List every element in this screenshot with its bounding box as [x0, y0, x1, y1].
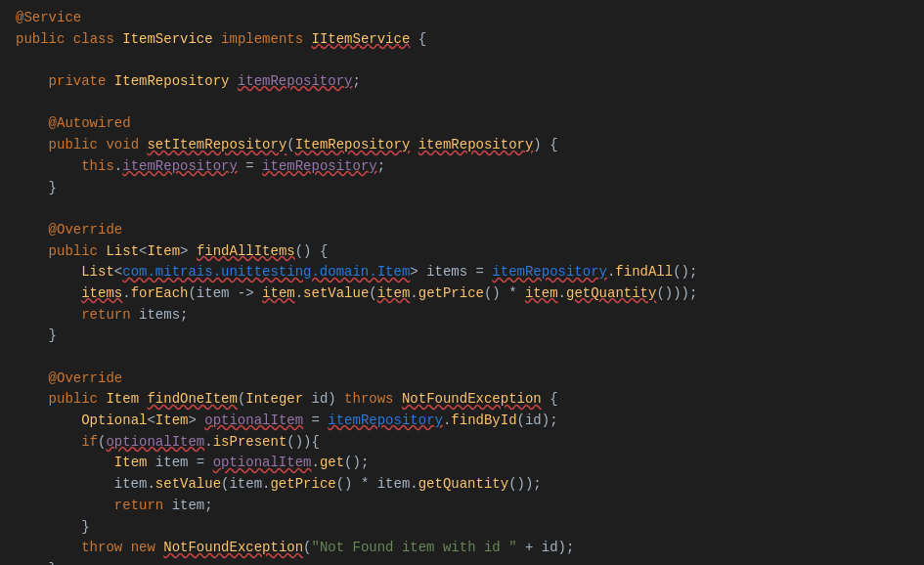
code-line-5 — [16, 93, 908, 114]
code-line-1: @Service — [16, 8, 908, 29]
code-line-10 — [16, 198, 908, 220]
code-editor: @Service public class ItemService implem… — [0, 0, 924, 565]
code-line-21: if(optionalItem.isPresent()){ — [16, 432, 908, 454]
code-line-23: item.setValue(item.getPrice() * item.get… — [16, 474, 908, 496]
code-line-19: public Item findOneItem(Integer id) thro… — [16, 389, 908, 411]
code-line-2: public class ItemService implements IIte… — [16, 29, 908, 51]
code-line-16: } — [16, 326, 908, 347]
code-line-13: List<com.mitrais.unittesting.domain.Item… — [16, 262, 908, 283]
code-line-26: throw new NotFoundException("Not Found i… — [16, 538, 908, 559]
code-line-27: } — [16, 559, 908, 565]
code-line-14: items.forEach(item -> item.setValue(item… — [16, 283, 908, 305]
code-line-7: public void setItemRepository(ItemReposi… — [16, 135, 908, 156]
code-line-11: @Override — [16, 220, 908, 241]
code-line-3 — [16, 50, 908, 71]
code-line-24: return item; — [16, 496, 908, 517]
code-line-18: @Override — [16, 369, 908, 390]
code-line-25: } — [16, 517, 908, 539]
code-line-6: @Autowired — [16, 113, 908, 135]
code-line-15: return items; — [16, 305, 908, 326]
code-line-9: } — [16, 178, 908, 199]
code-line-4: private ItemRepository itemRepository; — [16, 71, 908, 93]
code-line-22: Item item = optionalItem.get(); — [16, 453, 908, 474]
code-line-17 — [16, 347, 908, 369]
code-line-20: Optional<Item> optionalItem = itemReposi… — [16, 411, 908, 432]
code-line-12: public List<Item> findAllItems() { — [16, 241, 908, 263]
code-line-8: this.itemRepository = itemRepository; — [16, 156, 908, 178]
